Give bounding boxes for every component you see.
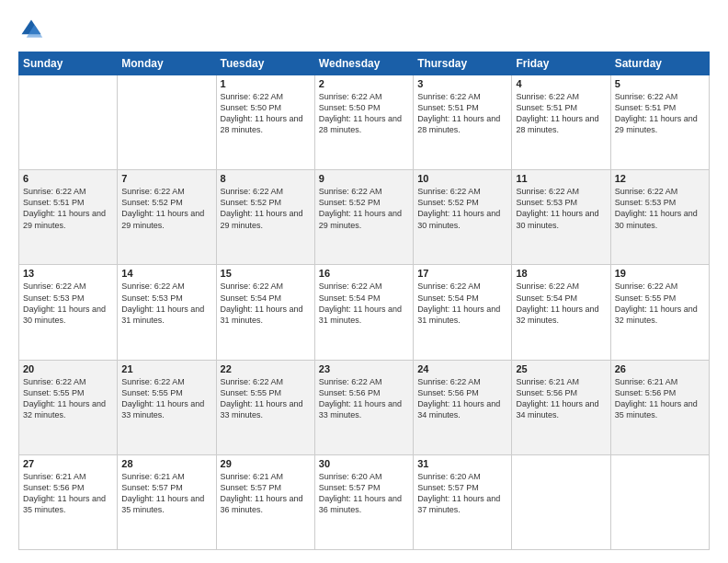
cell-sun-info: Sunrise: 6:22 AM Sunset: 5:56 PM Dayligh… xyxy=(319,376,409,421)
day-number: 23 xyxy=(319,363,409,374)
cell-sun-info: Sunrise: 6:22 AM Sunset: 5:54 PM Dayligh… xyxy=(417,281,507,326)
calendar-cell: 7Sunrise: 6:22 AM Sunset: 5:52 PM Daylig… xyxy=(118,170,216,265)
day-header-thursday: Thursday xyxy=(414,52,512,75)
day-number: 31 xyxy=(417,458,507,469)
day-number: 24 xyxy=(417,363,507,374)
day-number: 11 xyxy=(516,173,606,184)
day-number: 30 xyxy=(319,458,409,469)
cell-sun-info: Sunrise: 6:21 AM Sunset: 5:56 PM Dayligh… xyxy=(23,471,113,516)
day-number: 15 xyxy=(221,268,311,279)
cell-sun-info: Sunrise: 6:22 AM Sunset: 5:56 PM Dayligh… xyxy=(417,376,507,421)
day-number: 21 xyxy=(121,363,211,374)
calendar-cell: 1Sunrise: 6:22 AM Sunset: 5:50 PM Daylig… xyxy=(216,75,314,170)
calendar-cell xyxy=(512,454,610,549)
calendar-cell: 15Sunrise: 6:22 AM Sunset: 5:54 PM Dayli… xyxy=(216,265,314,360)
day-number: 25 xyxy=(516,363,606,374)
cell-sun-info: Sunrise: 6:22 AM Sunset: 5:53 PM Dayligh… xyxy=(121,281,211,326)
day-number: 5 xyxy=(615,78,705,89)
calendar-week-3: 13Sunrise: 6:22 AM Sunset: 5:53 PM Dayli… xyxy=(19,265,710,360)
day-number: 6 xyxy=(23,173,113,184)
calendar-cell: 20Sunrise: 6:22 AM Sunset: 5:55 PM Dayli… xyxy=(19,360,118,454)
cell-sun-info: Sunrise: 6:22 AM Sunset: 5:50 PM Dayligh… xyxy=(221,91,311,136)
day-number: 2 xyxy=(319,78,409,89)
calendar-cell: 29Sunrise: 6:21 AM Sunset: 5:57 PM Dayli… xyxy=(216,454,314,549)
calendar-cell: 31Sunrise: 6:20 AM Sunset: 5:57 PM Dayli… xyxy=(414,454,512,549)
calendar-cell: 5Sunrise: 6:22 AM Sunset: 5:51 PM Daylig… xyxy=(610,75,709,170)
logo xyxy=(18,17,48,42)
day-header-wednesday: Wednesday xyxy=(314,52,413,75)
calendar-cell: 13Sunrise: 6:22 AM Sunset: 5:53 PM Dayli… xyxy=(19,265,118,360)
day-number: 20 xyxy=(23,363,113,374)
calendar-cell xyxy=(118,75,216,170)
day-header-sunday: Sunday xyxy=(19,52,118,75)
calendar-cell: 12Sunrise: 6:22 AM Sunset: 5:53 PM Dayli… xyxy=(610,170,709,265)
calendar-header-row: SundayMondayTuesdayWednesdayThursdayFrid… xyxy=(19,52,710,75)
calendar-week-1: 1Sunrise: 6:22 AM Sunset: 5:50 PM Daylig… xyxy=(19,75,710,170)
calendar-cell: 21Sunrise: 6:22 AM Sunset: 5:55 PM Dayli… xyxy=(118,360,216,454)
calendar-cell: 28Sunrise: 6:21 AM Sunset: 5:57 PM Dayli… xyxy=(118,454,216,549)
logo-icon xyxy=(18,17,44,42)
cell-sun-info: Sunrise: 6:21 AM Sunset: 5:57 PM Dayligh… xyxy=(221,471,311,516)
calendar-week-4: 20Sunrise: 6:22 AM Sunset: 5:55 PM Dayli… xyxy=(19,360,710,454)
page-header xyxy=(18,17,710,42)
cell-sun-info: Sunrise: 6:22 AM Sunset: 5:51 PM Dayligh… xyxy=(23,186,113,231)
calendar-cell: 23Sunrise: 6:22 AM Sunset: 5:56 PM Dayli… xyxy=(314,360,413,454)
cell-sun-info: Sunrise: 6:22 AM Sunset: 5:55 PM Dayligh… xyxy=(121,376,211,421)
day-header-saturday: Saturday xyxy=(610,52,709,75)
calendar-cell: 27Sunrise: 6:21 AM Sunset: 5:56 PM Dayli… xyxy=(19,454,118,549)
cell-sun-info: Sunrise: 6:22 AM Sunset: 5:55 PM Dayligh… xyxy=(221,376,311,421)
calendar-cell: 10Sunrise: 6:22 AM Sunset: 5:52 PM Dayli… xyxy=(414,170,512,265)
calendar-cell: 8Sunrise: 6:22 AM Sunset: 5:52 PM Daylig… xyxy=(216,170,314,265)
calendar-cell: 24Sunrise: 6:22 AM Sunset: 5:56 PM Dayli… xyxy=(414,360,512,454)
calendar-cell: 25Sunrise: 6:21 AM Sunset: 5:56 PM Dayli… xyxy=(512,360,610,454)
cell-sun-info: Sunrise: 6:22 AM Sunset: 5:53 PM Dayligh… xyxy=(23,281,113,326)
cell-sun-info: Sunrise: 6:22 AM Sunset: 5:55 PM Dayligh… xyxy=(23,376,113,421)
calendar-cell: 14Sunrise: 6:22 AM Sunset: 5:53 PM Dayli… xyxy=(118,265,216,360)
calendar-week-5: 27Sunrise: 6:21 AM Sunset: 5:56 PM Dayli… xyxy=(19,454,710,549)
day-number: 14 xyxy=(121,268,211,279)
calendar-cell xyxy=(610,454,709,549)
cell-sun-info: Sunrise: 6:22 AM Sunset: 5:50 PM Dayligh… xyxy=(319,91,409,136)
cell-sun-info: Sunrise: 6:22 AM Sunset: 5:51 PM Dayligh… xyxy=(615,91,705,136)
cell-sun-info: Sunrise: 6:22 AM Sunset: 5:55 PM Dayligh… xyxy=(615,281,705,326)
day-number: 10 xyxy=(417,173,507,184)
calendar-cell: 18Sunrise: 6:22 AM Sunset: 5:54 PM Dayli… xyxy=(512,265,610,360)
calendar-cell xyxy=(19,75,118,170)
cell-sun-info: Sunrise: 6:22 AM Sunset: 5:52 PM Dayligh… xyxy=(121,186,211,231)
calendar-cell: 9Sunrise: 6:22 AM Sunset: 5:52 PM Daylig… xyxy=(314,170,413,265)
day-number: 28 xyxy=(121,458,211,469)
day-number: 9 xyxy=(319,173,409,184)
cell-sun-info: Sunrise: 6:21 AM Sunset: 5:57 PM Dayligh… xyxy=(121,471,211,516)
cell-sun-info: Sunrise: 6:22 AM Sunset: 5:51 PM Dayligh… xyxy=(516,91,606,136)
day-number: 19 xyxy=(615,268,705,279)
calendar-cell: 19Sunrise: 6:22 AM Sunset: 5:55 PM Dayli… xyxy=(610,265,709,360)
calendar-cell: 3Sunrise: 6:22 AM Sunset: 5:51 PM Daylig… xyxy=(414,75,512,170)
calendar-cell: 30Sunrise: 6:20 AM Sunset: 5:57 PM Dayli… xyxy=(314,454,413,549)
calendar-cell: 17Sunrise: 6:22 AM Sunset: 5:54 PM Dayli… xyxy=(414,265,512,360)
day-number: 16 xyxy=(319,268,409,279)
day-number: 26 xyxy=(615,363,705,374)
cell-sun-info: Sunrise: 6:22 AM Sunset: 5:52 PM Dayligh… xyxy=(417,186,507,231)
day-number: 7 xyxy=(121,173,211,184)
calendar-table: SundayMondayTuesdayWednesdayThursdayFrid… xyxy=(18,52,710,550)
day-number: 1 xyxy=(221,78,311,89)
calendar-cell: 16Sunrise: 6:22 AM Sunset: 5:54 PM Dayli… xyxy=(314,265,413,360)
cell-sun-info: Sunrise: 6:22 AM Sunset: 5:54 PM Dayligh… xyxy=(319,281,409,326)
cell-sun-info: Sunrise: 6:22 AM Sunset: 5:54 PM Dayligh… xyxy=(221,281,311,326)
cell-sun-info: Sunrise: 6:20 AM Sunset: 5:57 PM Dayligh… xyxy=(417,471,507,516)
day-number: 4 xyxy=(516,78,606,89)
day-number: 17 xyxy=(417,268,507,279)
cell-sun-info: Sunrise: 6:20 AM Sunset: 5:57 PM Dayligh… xyxy=(319,471,409,516)
cell-sun-info: Sunrise: 6:22 AM Sunset: 5:51 PM Dayligh… xyxy=(417,91,507,136)
day-number: 29 xyxy=(221,458,311,469)
calendar-cell: 2Sunrise: 6:22 AM Sunset: 5:50 PM Daylig… xyxy=(314,75,413,170)
day-number: 22 xyxy=(221,363,311,374)
cell-sun-info: Sunrise: 6:22 AM Sunset: 5:52 PM Dayligh… xyxy=(319,186,409,231)
day-number: 18 xyxy=(516,268,606,279)
cell-sun-info: Sunrise: 6:22 AM Sunset: 5:52 PM Dayligh… xyxy=(221,186,311,231)
day-number: 12 xyxy=(615,173,705,184)
day-number: 3 xyxy=(417,78,507,89)
day-number: 27 xyxy=(23,458,113,469)
cell-sun-info: Sunrise: 6:22 AM Sunset: 5:53 PM Dayligh… xyxy=(516,186,606,231)
calendar-week-2: 6Sunrise: 6:22 AM Sunset: 5:51 PM Daylig… xyxy=(19,170,710,265)
